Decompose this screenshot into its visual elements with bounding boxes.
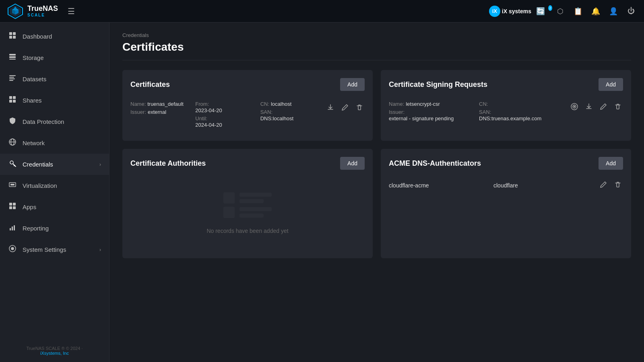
svg-point-32 xyxy=(574,106,575,107)
cert-cn-san: CN: localhost SAN: DNS:localhost xyxy=(260,101,319,123)
svg-rect-14 xyxy=(13,96,16,99)
sidebar-item-reporting[interactable]: Reporting xyxy=(0,218,109,239)
svg-rect-25 xyxy=(13,203,16,206)
csr-delete-icon[interactable] xyxy=(613,101,623,113)
cert-from-label: From: xyxy=(195,101,209,107)
svg-rect-7 xyxy=(9,56,16,58)
hamburger-button[interactable]: ☰ xyxy=(64,3,78,19)
apps-icon xyxy=(8,202,17,212)
sidebar-item-system-settings-label: System Settings xyxy=(23,246,66,253)
csr-issuer-value: external - signature pending xyxy=(389,115,454,121)
sidebar-item-apps-label: Apps xyxy=(23,204,36,210)
sidebar-item-shares[interactable]: Shares xyxy=(0,90,109,111)
ix-circle: iX xyxy=(489,6,500,17)
csr-san-label: SAN: xyxy=(479,109,491,115)
credentials-chevron-icon: › xyxy=(99,162,101,167)
cert-name-issuer: Name: truenas_default Issuer: external xyxy=(130,101,189,117)
cert-cn-label: CN: xyxy=(260,101,269,107)
sidebar-item-network[interactable]: Network xyxy=(0,132,109,154)
sidebar-item-credentials-label: Credentials xyxy=(23,161,53,168)
cards-grid: Certificates Add Name: truenas_default I… xyxy=(122,70,631,258)
dns-entry-name: cloudflare-acme xyxy=(389,182,493,189)
dns-add-button[interactable]: Add xyxy=(599,157,623,170)
dns-actions xyxy=(598,179,623,191)
cert-from-value: 2023-04-20 xyxy=(195,107,222,113)
dns-edit-icon[interactable] xyxy=(598,179,609,191)
app-layout: Dashboard Storage Datasets Shares xyxy=(0,23,644,362)
csr-name-value: letsencrypt-csr xyxy=(406,101,440,107)
cert-download-icon[interactable] xyxy=(325,102,336,114)
data-protection-icon xyxy=(8,117,17,127)
topbar-left: TrueNAS SCALE ☰ xyxy=(6,2,78,20)
ca-add-button[interactable]: Add xyxy=(340,157,365,170)
dns-delete-icon[interactable] xyxy=(613,179,623,191)
dns-card: ACME DNS-Authenticators Add cloudflare-a… xyxy=(381,149,631,258)
sidebar-item-virtualization-label: Virtualization xyxy=(23,182,57,189)
svg-rect-21 xyxy=(14,165,15,166)
datasets-icon xyxy=(8,74,17,84)
cert-issuer-field: Issuer: external xyxy=(130,109,189,115)
cert-edit-icon[interactable] xyxy=(340,102,350,114)
svg-rect-9 xyxy=(9,75,16,76)
sidebar-item-credentials[interactable]: Credentials › xyxy=(0,154,109,175)
logo-scale: SCALE xyxy=(27,13,58,17)
cert-dates: From: 2023-04-20 Until: 2024-04-20 xyxy=(195,101,254,130)
sidebar-item-data-protection[interactable]: Data Protection xyxy=(0,111,109,132)
csr-cn-san: CN: SAN: DNS:truenas.example.com xyxy=(479,101,563,123)
power-icon[interactable]: ⏻ xyxy=(625,5,638,18)
sidebar-item-virtualization[interactable]: Virtualization xyxy=(0,175,109,196)
logo-text: TrueNAS SCALE xyxy=(27,5,58,17)
sidebar-item-dashboard[interactable]: Dashboard xyxy=(0,26,109,47)
csr-actions xyxy=(569,101,623,113)
cert-delete-icon[interactable] xyxy=(354,102,365,114)
ca-empty-message: No records have been added yet xyxy=(206,228,288,234)
cert-until-value: 2024-04-20 xyxy=(195,122,222,128)
alerts-icon[interactable]: 🔔 xyxy=(589,5,602,18)
ixsystems-link[interactable]: iXsystems, Inc xyxy=(40,351,69,356)
sidebar-item-data-protection-label: Data Protection xyxy=(23,118,64,125)
certificates-add-button[interactable]: Add xyxy=(340,78,365,91)
sidebar-item-datasets[interactable]: Datasets xyxy=(0,68,109,90)
ca-empty-icon xyxy=(223,192,272,221)
csr-card-header: Certificate Signing Requests Add xyxy=(389,78,623,91)
svg-rect-5 xyxy=(13,36,16,39)
svg-rect-29 xyxy=(12,226,13,230)
reporting-icon xyxy=(8,223,17,233)
svg-rect-27 xyxy=(13,206,16,209)
main-content: Credentials Certificates Certificates Ad… xyxy=(109,23,644,362)
sidebar: Dashboard Storage Datasets Shares xyxy=(0,23,109,362)
svg-rect-6 xyxy=(9,54,16,56)
sidebar-item-shares-label: Shares xyxy=(23,97,42,104)
network-icon xyxy=(8,138,17,148)
breadcrumb: Credentials xyxy=(122,32,631,38)
svg-rect-13 xyxy=(9,96,12,99)
sidebar-item-system-settings[interactable]: System Settings › xyxy=(0,239,109,260)
svg-rect-26 xyxy=(9,206,12,209)
topbar: TrueNAS SCALE ☰ iX iX systems 🔄 2 ⬡ 📋 🔔 … xyxy=(0,0,644,23)
logo: TrueNAS SCALE xyxy=(6,2,58,20)
task-manager-icon[interactable]: 📋 xyxy=(572,5,584,18)
csr-card-title: Certificate Signing Requests xyxy=(389,80,487,89)
cert-name-label: Name: xyxy=(130,101,146,107)
csr-download-icon[interactable] xyxy=(584,101,594,113)
sidebar-item-apps[interactable]: Apps xyxy=(0,196,109,218)
csr-issuer-label: Issuer: xyxy=(389,109,405,115)
cert-san-value: DNS:localhost xyxy=(260,115,293,121)
svg-rect-12 xyxy=(9,80,13,81)
certificates-card-title: Certificates xyxy=(130,80,170,89)
ca-card-header: Certificate Authorities Add xyxy=(130,157,365,170)
csr-config-icon[interactable] xyxy=(569,101,580,113)
user-icon[interactable]: 👤 xyxy=(607,5,620,18)
svg-rect-10 xyxy=(9,77,14,78)
topbar-right: iX iX systems 🔄 2 ⬡ 📋 🔔 👤 ⏻ xyxy=(489,5,638,18)
svg-rect-8 xyxy=(9,59,16,60)
csr-edit-icon[interactable] xyxy=(598,101,609,113)
update-icon[interactable]: 🔄 2 xyxy=(536,5,549,18)
sidebar-item-storage[interactable]: Storage xyxy=(0,47,109,68)
csr-info: Name: letsencrypt-csr Issuer: external -… xyxy=(389,101,473,123)
cert-from-field: From: 2023-04-20 xyxy=(195,101,254,113)
csr-add-button[interactable]: Add xyxy=(599,78,623,91)
truenas-connect-icon[interactable]: ⬡ xyxy=(554,5,567,18)
cert-cn-field: CN: localhost xyxy=(260,101,319,107)
svg-rect-23 xyxy=(10,184,14,185)
